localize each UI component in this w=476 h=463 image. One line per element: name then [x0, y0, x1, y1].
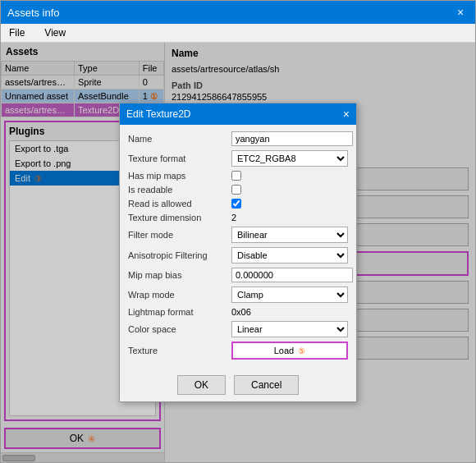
window-title: Assets info	[7, 7, 60, 19]
main-content-wrapper: Assets Name Type File assets/artresource…	[1, 43, 475, 462]
menu-bar: File View	[1, 24, 475, 43]
has-mip-maps-checkbox[interactable]	[231, 171, 241, 181]
texture-dimension-value: 2	[231, 213, 348, 222]
field-label-texture-format: Texture format	[128, 154, 227, 163]
dialog-body: Name Texture format ETC2_RGBA8 Has mip m…	[120, 125, 356, 370]
title-bar: Assets info ×	[1, 1, 475, 24]
load-button[interactable]: Load ⑤	[231, 342, 348, 360]
name-input[interactable]	[231, 131, 353, 146]
filter-mode-select[interactable]: Bilinear	[231, 227, 348, 243]
dialog-row-color-space: Color space Linear	[128, 321, 348, 337]
field-label-texture-dimension: Texture dimension	[128, 213, 227, 222]
dialog-title: Edit Texture2D	[126, 108, 191, 120]
field-label-mip-map-bias: Mip map bias	[128, 270, 227, 280]
lightmap-format-value: 0x06	[231, 307, 348, 317]
field-label-is-readable: Is readable	[128, 185, 227, 195]
dialog-row-has-mip-maps: Has mip maps	[128, 171, 348, 181]
dialog-row-texture-dimension: Texture dimension 2	[128, 213, 348, 222]
menu-file[interactable]: File	[4, 25, 30, 40]
window-close-button[interactable]: ×	[452, 4, 469, 21]
dialog-row-lightmap-format: Lightmap format 0x06	[128, 307, 348, 317]
menu-view[interactable]: View	[39, 25, 71, 40]
field-label-read-is-allowed: Read is allowed	[128, 199, 227, 209]
field-label-filter-mode: Filter mode	[128, 230, 227, 240]
dialog-row-wrap-mode: Wrap mode Clamp	[128, 287, 348, 303]
wrap-mode-select[interactable]: Clamp	[231, 287, 348, 303]
dialog-row-texture-format: Texture format ETC2_RGBA8	[128, 150, 348, 167]
field-label-color-space: Color space	[128, 324, 227, 334]
anisotropic-select[interactable]: Disable	[231, 247, 348, 264]
annotation-badge-5: ⑤	[298, 346, 305, 355]
edit-texture-dialog: Edit Texture2D × Name Texture format ETC…	[119, 103, 357, 402]
texture-format-select[interactable]: ETC2_RGBA8	[231, 150, 348, 167]
dialog-row-read-is-allowed: Read is allowed	[128, 199, 348, 209]
field-label-name: Name	[128, 134, 227, 144]
dialog-cancel-button[interactable]: Cancel	[234, 375, 299, 395]
field-label-texture: Texture	[128, 346, 227, 355]
dialog-row-texture: Texture Load ⑤	[128, 342, 348, 360]
dialog-row-is-readable: Is readable	[128, 185, 348, 195]
field-label-has-mip-maps: Has mip maps	[128, 171, 227, 181]
dialog-title-bar: Edit Texture2D ×	[120, 103, 356, 125]
color-space-select[interactable]: Linear	[231, 321, 348, 337]
read-is-allowed-checkbox[interactable]	[231, 199, 241, 209]
dialog-row-mip-map-bias: Mip map bias	[128, 268, 348, 282]
dialog-ok-button[interactable]: OK	[177, 375, 226, 395]
dialog-row-anisotropic: Anisotropic Filtering Disable	[128, 247, 348, 264]
dialog-footer: OK Cancel	[120, 370, 356, 401]
is-readable-checkbox[interactable]	[231, 185, 241, 195]
dialog-row-filter-mode: Filter mode Bilinear	[128, 227, 348, 243]
field-label-anisotropic: Anisotropic Filtering	[128, 250, 227, 260]
dialog-row-name: Name	[128, 131, 348, 146]
main-window: Assets info × File View Assets Name Type…	[0, 0, 476, 463]
dialog-close-button[interactable]: ×	[343, 108, 350, 121]
dialog-overlay: Edit Texture2D × Name Texture format ETC…	[1, 43, 475, 462]
field-label-wrap-mode: Wrap mode	[128, 290, 227, 300]
mip-map-bias-input[interactable]	[231, 268, 353, 282]
field-label-lightmap-format: Lightmap format	[128, 307, 227, 317]
